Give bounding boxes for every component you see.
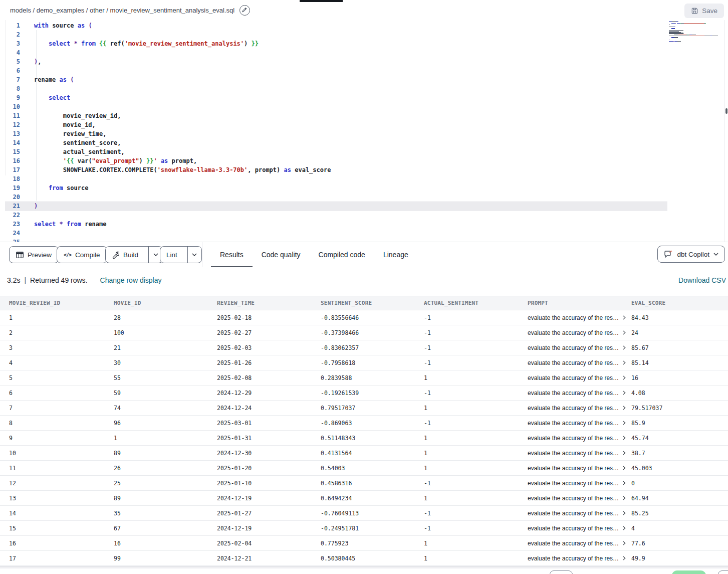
table-row[interactable]: 1282025-02-18-0.83556646-1evaluate the a… (0, 310, 728, 325)
table-cell: 2025-01-10 (208, 480, 312, 487)
tab-lineage[interactable]: Lineage (374, 242, 417, 267)
column-header-prompt[interactable]: PROMPT (519, 300, 622, 306)
code-line[interactable]: 5), (0, 57, 667, 66)
code-line[interactable]: 1with source as ( (0, 21, 667, 30)
code-editor[interactable]: 1with source as (23 select * from {{ ref… (0, 20, 728, 242)
table-row[interactable]: 11262025-01-200.540031evaluate the accur… (0, 461, 728, 476)
code-line[interactable]: 25 (0, 238, 667, 242)
code-line[interactable]: 3 select * from {{ ref('movie_review_sen… (0, 39, 667, 48)
bottom-partial-button[interactable] (550, 570, 573, 574)
column-header-sentiment_score[interactable]: SENTIMENT_SCORE (312, 300, 415, 306)
build-button[interactable]: Build (106, 247, 144, 263)
download-csv-link[interactable]: Download CSV (678, 276, 726, 284)
horizontal-scrollbar-track[interactable] (0, 566, 728, 568)
breadcrumb-item[interactable]: movie_review_sentiment_analysis_eval.sql (110, 7, 234, 14)
table-cell: 38.7 (622, 450, 728, 457)
table-row[interactable]: 15672024-12-19-0.24951781-1evaluate the … (0, 521, 728, 536)
code-line[interactable]: 21) (0, 202, 667, 211)
bottom-partial-button[interactable] (718, 570, 728, 574)
code-line[interactable]: 12 movie_id, (0, 120, 667, 129)
table-row[interactable]: 17992024-12-210.503804451evaluate the ac… (0, 551, 728, 566)
table-row[interactable]: 912025-01-310.511483431evaluate the accu… (0, 431, 728, 446)
table-cell: 2024-12-19 (208, 525, 312, 532)
change-row-display-link[interactable]: Change row display (100, 276, 162, 284)
table-row[interactable]: 14352025-01-27-0.76049113-1evaluate the … (0, 506, 728, 521)
bottom-green-pill-button[interactable] (672, 570, 706, 574)
table-cell: 0.4131564 (312, 450, 415, 457)
line-number: 18 (0, 174, 20, 183)
code-line[interactable]: 19 from source (0, 183, 667, 193)
tab-code-quality[interactable]: Code quality (253, 242, 310, 267)
table-row[interactable]: 16162025-02-040.7759231evaluate the accu… (0, 536, 728, 551)
table-cell: 2025-01-26 (208, 359, 312, 366)
column-header-movie_id[interactable]: MOVIE_ID (105, 300, 208, 306)
table-row[interactable]: 8962025-03-01-0.869063-1evaluate the acc… (0, 416, 728, 431)
code-line[interactable]: 14 sentiment_score, (0, 138, 667, 147)
table-row[interactable]: 12252025-01-100.4586316-1evaluate the ac… (0, 476, 728, 491)
table-row[interactable]: 3212025-02-03-0.83062357-1evaluate the a… (0, 340, 728, 355)
table-row[interactable]: 21002025-02-27-0.37398466-1evaluate the … (0, 325, 728, 340)
table-row[interactable]: 5552025-02-080.28395881evaluate the accu… (0, 370, 728, 386)
code-line[interactable]: 18 (0, 174, 667, 183)
line-number: 23 (0, 220, 20, 229)
prompt-cell-text: evaluate the accuracy of the res… (528, 555, 619, 562)
dbt-copilot-button[interactable]: dbt Copilot (657, 246, 725, 263)
code-line[interactable]: 17 SNOWFLAKE.CORTEX.COMPLETE('snowflake-… (0, 165, 667, 174)
table-cell: evaluate the accuracy of the res… (519, 555, 622, 562)
table-cell: evaluate the accuracy of the res… (519, 510, 622, 517)
table-row[interactable]: 7742024-12-240.795170371evaluate the acc… (0, 401, 728, 416)
column-header-movie_review_id[interactable]: MOVIE_REVIEW_ID (0, 300, 105, 306)
table-cell: -1 (415, 420, 519, 427)
save-icon (691, 7, 698, 15)
breadcrumb-item[interactable]: demo_examples (37, 7, 84, 14)
tab-compiled-code[interactable]: Compiled code (310, 242, 374, 267)
table-row[interactable]: 10892024-12-300.41315641evaluate the acc… (0, 446, 728, 461)
chevron-down-icon (713, 253, 718, 256)
table-cell: 35 (105, 510, 208, 517)
table-cell: 12 (0, 480, 105, 487)
code-line[interactable]: 9 select (0, 93, 667, 102)
compile-button[interactable]: </> Compile (57, 246, 107, 263)
table-cell: -1 (415, 510, 519, 517)
code-line[interactable]: 13 review_time, (0, 129, 667, 138)
column-header-actual_sentiment[interactable]: ACTUAL_SENTIMENT (415, 300, 519, 306)
column-header-eval_score[interactable]: EVAL_SCORE (622, 300, 728, 306)
table-cell: -0.19261539 (312, 390, 415, 397)
code-line[interactable]: 10 (0, 102, 667, 111)
code-line[interactable]: 4 (0, 48, 667, 57)
editor-scrollbar[interactable] (724, 20, 728, 242)
code-line[interactable]: 11 movie_review_id, (0, 111, 667, 120)
minimap[interactable] (669, 21, 724, 44)
table-cell: 2025-02-08 (208, 374, 312, 381)
code-line[interactable]: 2 (0, 30, 667, 39)
code-line[interactable]: 24 (0, 229, 667, 238)
table-cell: evaluate the accuracy of the res… (519, 344, 622, 351)
edit-file-icon[interactable] (239, 5, 250, 16)
breadcrumb-item[interactable]: models (10, 7, 31, 14)
code-line[interactable]: 8 (0, 84, 667, 93)
code-line[interactable]: 7rename as ( (0, 75, 667, 84)
code-line[interactable]: 16 '{{ var("eval_prompt") }}' as prompt, (0, 156, 667, 165)
breadcrumb-item[interactable]: other (90, 7, 105, 14)
lint-dropdown-toggle[interactable] (187, 247, 201, 263)
save-button[interactable]: Save (684, 4, 724, 18)
code-line[interactable]: 6 (0, 66, 667, 75)
toolbar-divider (202, 242, 202, 267)
code-line[interactable]: 22 (0, 211, 667, 220)
code-line[interactable]: 20 (0, 193, 667, 202)
tab-results[interactable]: Results (211, 242, 253, 267)
prompt-cell-text: evaluate the accuracy of the res… (528, 480, 619, 487)
code-line[interactable]: 23select * from rename (0, 220, 667, 229)
table-row[interactable]: 4302025-01-26-0.7958618-1evaluate the ac… (0, 355, 728, 370)
grid-header-row: MOVIE_REVIEW_IDMOVIE_IDREVIEW_TIMESENTIM… (0, 296, 728, 310)
column-header-review_time[interactable]: REVIEW_TIME (208, 300, 312, 306)
query-duration: 3.2s (7, 276, 20, 284)
lint-button[interactable]: Lint (160, 247, 183, 263)
preview-button[interactable]: Preview (9, 246, 59, 263)
line-number: 4 (0, 48, 20, 57)
table-row[interactable]: 13892024-12-190.64942341evaluate the acc… (0, 491, 728, 506)
code-line[interactable]: 15 actual_sentiment, (0, 147, 667, 156)
table-cell: 21 (105, 344, 208, 351)
table-row[interactable]: 6592024-12-29-0.19261539-1evaluate the a… (0, 386, 728, 401)
scrollbar-thumb[interactable] (725, 108, 727, 114)
